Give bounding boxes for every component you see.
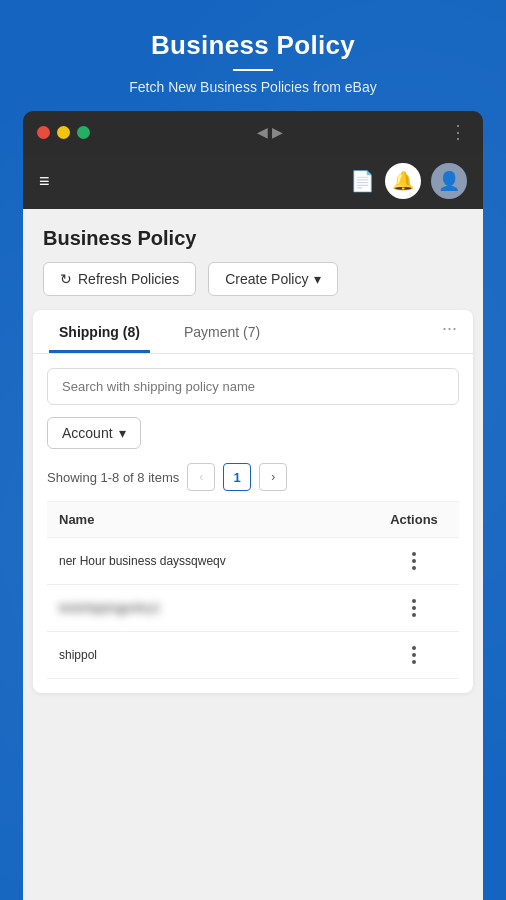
tab-payment[interactable]: Payment (7) [174, 310, 270, 353]
card-title: Business Policy [43, 227, 463, 250]
chevron-down-icon: ▾ [314, 271, 321, 287]
refresh-icon: ↻ [60, 271, 72, 287]
browser-dots [37, 126, 90, 139]
search-input[interactable] [47, 368, 459, 405]
page-header: Business Policy Fetch New Business Polic… [109, 0, 396, 111]
dot-yellow [57, 126, 70, 139]
document-icon: 📄 [350, 169, 375, 193]
account-dropdown[interactable]: Account ▾ [47, 417, 141, 449]
row-menu-button[interactable] [406, 644, 422, 666]
row-name-blurred: testshippingpolicy1 [47, 589, 369, 627]
table-row: ner Hour business dayssqweqv [47, 538, 459, 585]
pagination-info: Showing 1-8 of 8 items [47, 470, 179, 485]
row-name: ner Hour business dayssqweqv [47, 542, 369, 580]
chevron-right-icon: › [271, 470, 275, 484]
avatar-button[interactable]: 👤 [431, 163, 467, 199]
browser-nav: ◀ ▶ [257, 124, 283, 140]
topbar-right: 📄 🔔 👤 [350, 163, 467, 199]
column-name-header: Name [47, 502, 369, 537]
row-menu-button[interactable] [406, 597, 422, 619]
page-numbers: 1 [223, 463, 251, 491]
page-subtitle: Fetch New Business Policies from eBay [129, 79, 376, 95]
table-row: testshippingpolicy1 [47, 585, 459, 632]
create-policy-button[interactable]: Create Policy ▾ [208, 262, 338, 296]
row-actions [369, 585, 459, 631]
hamburger-icon[interactable]: ≡ [39, 171, 50, 192]
tab-content: Account ▾ Showing 1-8 of 8 items ‹ 1 › [33, 354, 473, 693]
row-actions [369, 632, 459, 678]
chevron-down-icon: ▾ [119, 425, 126, 441]
table-header: Name Actions [47, 502, 459, 538]
row-name: shippol [47, 636, 369, 674]
pagination-prev-button[interactable]: ‹ [187, 463, 215, 491]
action-buttons: ↻ Refresh Policies Create Policy ▾ [23, 262, 483, 310]
column-actions-header: Actions [369, 502, 459, 537]
browser-menu-icon[interactable]: ⋮ [449, 121, 469, 143]
forward-arrow-icon[interactable]: ▶ [272, 124, 283, 140]
card-title-bar: Business Policy [23, 209, 483, 262]
header-divider [233, 69, 273, 71]
tabs-header: Shipping (8) Payment (7) ··· [33, 310, 473, 354]
notifications-button[interactable]: 🔔 [385, 163, 421, 199]
chevron-left-icon: ‹ [199, 470, 203, 484]
tab-shipping[interactable]: Shipping (8) [49, 310, 150, 353]
page-1-button[interactable]: 1 [223, 463, 251, 491]
create-label: Create Policy [225, 271, 308, 287]
account-label: Account [62, 425, 113, 441]
refresh-policies-button[interactable]: ↻ Refresh Policies [43, 262, 196, 296]
app-topbar: ≡ 📄 🔔 👤 [23, 153, 483, 209]
tabs-more-icon[interactable]: ··· [442, 318, 457, 345]
page-wrapper: Business Policy Fetch New Business Polic… [0, 0, 506, 900]
refresh-label: Refresh Policies [78, 271, 179, 287]
back-arrow-icon[interactable]: ◀ [257, 124, 268, 140]
main-card: Business Policy ↻ Refresh Policies Creat… [23, 209, 483, 900]
pagination-next-button[interactable]: › [259, 463, 287, 491]
row-actions [369, 538, 459, 584]
policy-table: Name Actions ner Hour business dayssqweq… [47, 501, 459, 679]
row-menu-button[interactable] [406, 550, 422, 572]
dot-red [37, 126, 50, 139]
browser-chrome: ◀ ▶ ⋮ [23, 111, 483, 153]
table-row: shippol [47, 632, 459, 679]
dot-green [77, 126, 90, 139]
pagination-row: Showing 1-8 of 8 items ‹ 1 › [47, 463, 459, 491]
page-title: Business Policy [129, 30, 376, 61]
tabs-container: Shipping (8) Payment (7) ··· Account ▾ [33, 310, 473, 693]
